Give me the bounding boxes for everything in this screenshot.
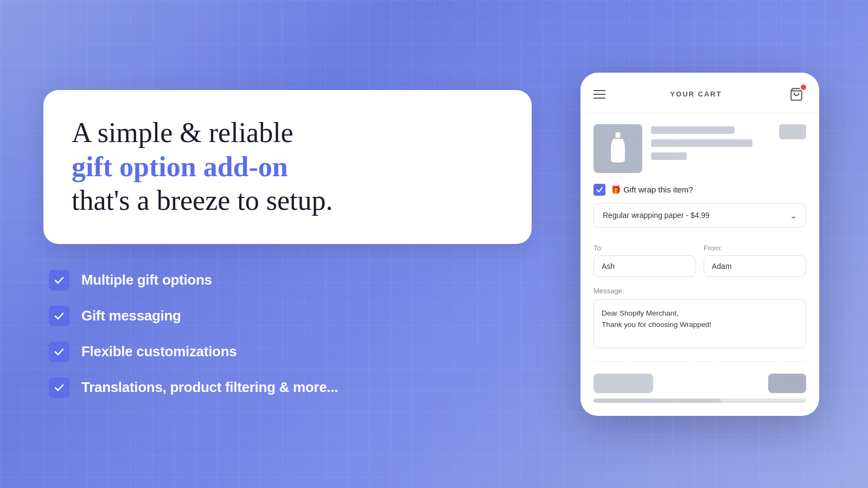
product-extra-placeholder: [651, 152, 687, 160]
feature-label-3: Flexible customizations: [81, 343, 237, 360]
progress-fill: [593, 399, 721, 403]
chevron-down-icon: ⌄: [790, 210, 797, 221]
from-input[interactable]: Adam: [704, 255, 806, 277]
product-image: [593, 124, 642, 173]
hero-text: A simple & reliable gift option add-on t…: [72, 116, 503, 217]
product-details: [651, 124, 770, 160]
gift-emoji: 🎁: [611, 185, 621, 194]
feature-label-4: Translations, product filtering & more..…: [81, 379, 338, 396]
cart-icon[interactable]: [787, 85, 806, 104]
feature-label-2: Gift messaging: [81, 307, 181, 324]
svg-rect-1: [616, 132, 621, 138]
product-row: [580, 113, 819, 184]
to-field-group: To: Ash: [593, 244, 696, 277]
left-panel: A simple & reliable gift option add-on t…: [43, 90, 532, 397]
hero-line3: that's a breeze to setup.: [72, 185, 333, 216]
checkmark-icon-4: [49, 377, 69, 398]
checkout-button[interactable]: [768, 374, 806, 393]
checkmark-icon-1: [49, 270, 69, 291]
gift-wrap-label: 🎁 Gift wrap this item?: [611, 185, 693, 195]
to-from-section: To: Ash From: Adam: [580, 236, 819, 285]
right-panel: YOUR CART: [575, 73, 825, 416]
message-line2: Thank you for choosing Wrapped!: [602, 319, 798, 331]
product-name-placeholder: [651, 126, 735, 134]
message-label: Message:: [593, 287, 806, 295]
page-layout: A simple & reliable gift option add-on t…: [0, 0, 868, 488]
message-section: Message: Dear Shopify Merchant, Thank yo…: [580, 285, 819, 356]
progress-bar: [593, 399, 806, 403]
to-input[interactable]: Ash: [593, 255, 696, 277]
phone-mockup: YOUR CART: [580, 73, 819, 416]
from-field-group: From: Adam: [704, 244, 806, 277]
gift-wrap-checkbox[interactable]: [593, 184, 605, 196]
hero-card: A simple & reliable gift option add-on t…: [43, 90, 532, 243]
cart-title: YOUR CART: [670, 90, 722, 98]
product-desc-placeholder: [651, 139, 752, 147]
from-label: From:: [704, 244, 806, 252]
wrap-option-select[interactable]: Regular wrapping paper - $4.99 ⌄: [593, 203, 806, 228]
message-textarea[interactable]: Dear Shopify Merchant, Thank you for cho…: [593, 299, 806, 348]
features-list: Multiple gift options Gift messaging Fle…: [43, 270, 532, 398]
gift-wrap-section: 🎁 Gift wrap this item? Regular wrapping …: [580, 184, 819, 236]
checkmark-icon-2: [49, 306, 69, 326]
wrap-option-value: Regular wrapping paper - $4.99: [603, 211, 710, 220]
footer-buttons: [593, 374, 806, 393]
product-price-placeholder: [779, 124, 806, 139]
feature-item-2: Gift messaging: [49, 306, 532, 326]
message-line1: Dear Shopify Merchant,: [602, 307, 798, 319]
to-label: To:: [593, 244, 696, 252]
cart-badge: [800, 84, 807, 91]
cart-footer: [580, 367, 819, 405]
checkmark-icon-3: [49, 342, 69, 362]
feature-item-1: Multiple gift options: [49, 270, 532, 291]
gift-wrap-checkbox-row[interactable]: 🎁 Gift wrap this item?: [593, 184, 806, 196]
divider: [593, 361, 806, 362]
cart-header: YOUR CART: [580, 73, 819, 113]
feature-item-4: Translations, product filtering & more..…: [49, 377, 532, 398]
continue-shopping-button[interactable]: [593, 374, 653, 393]
hamburger-icon[interactable]: [593, 90, 605, 99]
to-from-row: To: Ash From: Adam: [593, 244, 806, 277]
feature-item-3: Flexible customizations: [49, 342, 532, 362]
hero-highlight: gift option add-on: [72, 151, 288, 182]
feature-label-1: Multiple gift options: [81, 272, 212, 288]
hero-line1: A simple & reliable: [72, 117, 293, 148]
